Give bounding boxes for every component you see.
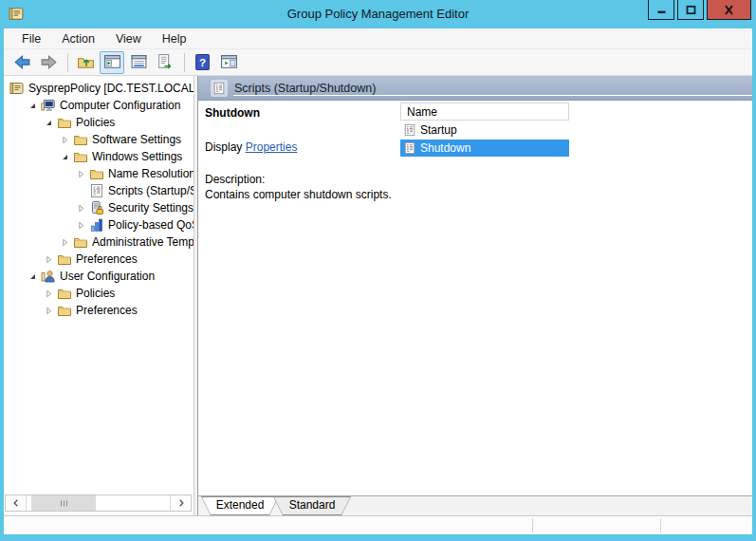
scripts-icon	[402, 123, 416, 138]
menubar: FileActionViewHelp	[4, 28, 752, 49]
tree-item-user-configuration[interactable]: User Configuration	[4, 268, 194, 285]
column-header-name[interactable]: Name	[400, 103, 569, 121]
properties-button[interactable]	[126, 51, 151, 74]
expand-expander-icon[interactable]	[73, 166, 88, 181]
toolbar-separator	[67, 53, 68, 72]
collapse-expander-icon[interactable]	[25, 269, 40, 284]
tab-extended[interactable]: Extended	[201, 496, 279, 515]
expand-expander-icon[interactable]	[41, 303, 56, 318]
tree-item-administrative-templates[interactable]: Administrative Templates	[4, 233, 194, 251]
tree-item-name-resolution-policy[interactable]: Name Resolution Policy	[4, 165, 194, 182]
header-rule	[233, 95, 752, 96]
description-text: Contains computer shutdown scripts.	[205, 188, 395, 201]
close-button[interactable]	[707, 0, 751, 20]
results-pane: Scripts (Startup/Shutdown) Shutdown Disp…	[198, 76, 752, 515]
tree-item-label: Computer Configuration	[60, 99, 180, 112]
expand-expander-icon[interactable]	[57, 132, 72, 147]
list-item-startup[interactable]: Startup	[400, 121, 569, 139]
tab-standard[interactable]: Standard	[273, 496, 351, 515]
folder-icon	[72, 132, 88, 147]
tree-item-label: Security Settings	[108, 201, 194, 215]
collapse-expander-icon[interactable]	[57, 149, 72, 164]
expand-expander-icon[interactable]	[73, 217, 88, 233]
help-button[interactable]: ?	[190, 51, 214, 74]
console-tree-pane: SysprepPolicy [DC.TEST.LOCAL]Computer Co…	[4, 76, 194, 515]
export-list-icon	[157, 53, 175, 71]
list-item-label: Shutdown	[420, 141, 470, 155]
properties-link[interactable]: Properties	[246, 140, 298, 154]
list-item-shutdown[interactable]: Shutdown	[400, 140, 569, 157]
scrollbar-thumb[interactable]	[31, 495, 96, 511]
group-policy-editor-window: Group Policy Management Editor FileActio…	[0, 0, 756, 541]
collapse-expander-icon[interactable]	[25, 98, 40, 113]
menu-view[interactable]: View	[105, 30, 152, 47]
tree-item-label: Preferences	[76, 304, 138, 317]
tree-item-preferences[interactable]: Preferences	[4, 302, 194, 319]
tree-item-label: Windows Settings	[92, 150, 182, 163]
tree-item-security-settings[interactable]: Security Settings	[4, 199, 194, 216]
maximize-button[interactable]	[677, 0, 704, 20]
menu-file[interactable]: File	[11, 30, 51, 47]
scroll-left-button[interactable]	[6, 495, 27, 511]
folder-icon	[56, 286, 72, 301]
back-icon	[13, 53, 31, 71]
titlebar[interactable]: Group Policy Management Editor	[0, 0, 756, 28]
tree-item-syspreppolicy-dc-test-local[interactable]: SysprepPolicy [DC.TEST.LOCAL]	[4, 80, 194, 97]
scripts-icon	[211, 80, 228, 97]
tree-item-policies[interactable]: Policies	[4, 114, 194, 131]
show-console-tree-button[interactable]	[100, 51, 124, 74]
menu-help[interactable]: Help	[152, 30, 197, 47]
security-icon	[88, 200, 104, 215]
show-action-pane-icon	[220, 53, 238, 71]
tree-item-label: Administrative Templates	[92, 235, 194, 249]
statusbar-divider	[532, 518, 533, 532]
minimize-button[interactable]	[648, 0, 674, 20]
menu-action[interactable]: Action	[51, 30, 105, 47]
grip-icon	[58, 498, 70, 509]
tree-item-software-settings[interactable]: Software Settings	[4, 131, 194, 148]
scripts-icon	[88, 183, 104, 198]
description-label: Description:	[205, 173, 395, 186]
console-frame: FileActionViewHelp ? SysprepPolicy [DC.T…	[4, 28, 752, 534]
maximize-icon	[685, 5, 697, 15]
display-line: Display Properties	[205, 140, 395, 154]
expander-spacer	[73, 183, 88, 198]
expand-expander-icon[interactable]	[73, 200, 88, 215]
up-one-level-button[interactable]	[73, 51, 98, 74]
window-controls	[648, 0, 751, 20]
tree-item-policies[interactable]: Policies	[4, 285, 194, 302]
tree-item-policy-based-qos[interactable]: Policy-based QoS	[4, 216, 194, 233]
selected-item-title: Shutdown	[205, 106, 395, 120]
toolbar-separator	[184, 53, 185, 72]
view-tabstrip: Extended Standard	[198, 495, 752, 515]
close-icon	[723, 5, 735, 15]
show-action-pane-button[interactable]	[216, 51, 241, 74]
minimize-icon	[655, 5, 668, 15]
results-header-title: Scripts (Startup/Shutdown)	[234, 82, 376, 95]
computer-icon	[40, 98, 56, 113]
tree-item-scripts-startup-shutdown[interactable]: Scripts (Startup/Shutdown)	[4, 182, 194, 199]
tree-item-label: Preferences	[76, 252, 138, 266]
qos-icon	[88, 217, 104, 233]
folder-icon	[56, 252, 72, 267]
forward-button[interactable]	[36, 51, 61, 74]
scrollbar-track[interactable]	[27, 495, 170, 511]
back-button[interactable]	[9, 51, 34, 74]
expand-expander-icon[interactable]	[41, 252, 56, 267]
tree-horizontal-scrollbar[interactable]	[5, 494, 192, 512]
expand-expander-icon[interactable]	[41, 286, 56, 301]
scroll-right-button[interactable]	[170, 495, 191, 511]
tree-item-windows-settings[interactable]: Windows Settings	[4, 148, 194, 165]
display-label: Display	[205, 140, 242, 154]
console-tree: SysprepPolicy [DC.TEST.LOCAL]Computer Co…	[4, 76, 194, 494]
expand-expander-icon[interactable]	[57, 234, 72, 250]
results-header-band: Scripts (Startup/Shutdown)	[198, 76, 752, 101]
tree-item-computer-configuration[interactable]: Computer Configuration	[4, 97, 194, 114]
tree-item-preferences[interactable]: Preferences	[4, 251, 194, 268]
extended-view: Shutdown Display Properties Description:…	[198, 101, 752, 495]
properties-icon	[130, 53, 148, 71]
list-item-label: Startup	[420, 123, 457, 137]
tree-item-label: Policies	[76, 287, 115, 300]
export-list-button[interactable]	[153, 51, 177, 74]
collapse-expander-icon[interactable]	[41, 115, 56, 130]
